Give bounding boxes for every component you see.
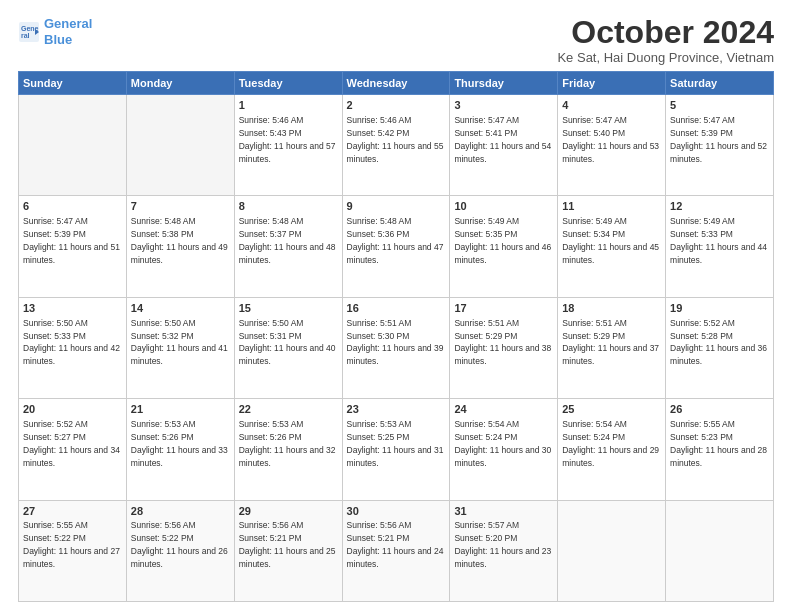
day-number: 30: [347, 504, 446, 519]
table-row: 19 Sunrise: 5:52 AMSunset: 5:28 PMDaylig…: [666, 297, 774, 398]
table-row: 3 Sunrise: 5:47 AMSunset: 5:41 PMDayligh…: [450, 95, 558, 196]
day-info: Sunrise: 5:57 AMSunset: 5:20 PMDaylight:…: [454, 520, 551, 569]
day-info: Sunrise: 5:47 AMSunset: 5:41 PMDaylight:…: [454, 115, 551, 164]
table-row: 27 Sunrise: 5:55 AMSunset: 5:22 PMDaylig…: [19, 500, 127, 601]
day-info: Sunrise: 5:48 AMSunset: 5:36 PMDaylight:…: [347, 216, 444, 265]
day-number: 29: [239, 504, 338, 519]
table-row: 14 Sunrise: 5:50 AMSunset: 5:32 PMDaylig…: [126, 297, 234, 398]
day-info: Sunrise: 5:46 AMSunset: 5:42 PMDaylight:…: [347, 115, 444, 164]
calendar-week-3: 13 Sunrise: 5:50 AMSunset: 5:33 PMDaylig…: [19, 297, 774, 398]
calendar-week-2: 6 Sunrise: 5:47 AMSunset: 5:39 PMDayligh…: [19, 196, 774, 297]
table-row: 24 Sunrise: 5:54 AMSunset: 5:24 PMDaylig…: [450, 399, 558, 500]
day-info: Sunrise: 5:52 AMSunset: 5:27 PMDaylight:…: [23, 419, 120, 468]
table-row: 31 Sunrise: 5:57 AMSunset: 5:20 PMDaylig…: [450, 500, 558, 601]
day-info: Sunrise: 5:56 AMSunset: 5:21 PMDaylight:…: [239, 520, 336, 569]
table-row: [19, 95, 127, 196]
table-row: 23 Sunrise: 5:53 AMSunset: 5:25 PMDaylig…: [342, 399, 450, 500]
logo-text: General Blue: [44, 16, 92, 47]
day-info: Sunrise: 5:46 AMSunset: 5:43 PMDaylight:…: [239, 115, 336, 164]
day-info: Sunrise: 5:56 AMSunset: 5:21 PMDaylight:…: [347, 520, 444, 569]
day-number: 27: [23, 504, 122, 519]
table-row: [558, 500, 666, 601]
day-number: 21: [131, 402, 230, 417]
day-number: 13: [23, 301, 122, 316]
page: Gene ral General Blue October 2024 Ke Sa…: [0, 0, 792, 612]
calendar-week-1: 1 Sunrise: 5:46 AMSunset: 5:43 PMDayligh…: [19, 95, 774, 196]
day-info: Sunrise: 5:50 AMSunset: 5:33 PMDaylight:…: [23, 318, 120, 367]
table-row: 1 Sunrise: 5:46 AMSunset: 5:43 PMDayligh…: [234, 95, 342, 196]
table-row: [666, 500, 774, 601]
day-info: Sunrise: 5:54 AMSunset: 5:24 PMDaylight:…: [562, 419, 659, 468]
day-number: 8: [239, 199, 338, 214]
calendar-header-row: Sunday Monday Tuesday Wednesday Thursday…: [19, 72, 774, 95]
table-row: 20 Sunrise: 5:52 AMSunset: 5:27 PMDaylig…: [19, 399, 127, 500]
day-number: 16: [347, 301, 446, 316]
day-number: 20: [23, 402, 122, 417]
day-number: 19: [670, 301, 769, 316]
day-info: Sunrise: 5:49 AMSunset: 5:34 PMDaylight:…: [562, 216, 659, 265]
table-row: 18 Sunrise: 5:51 AMSunset: 5:29 PMDaylig…: [558, 297, 666, 398]
day-info: Sunrise: 5:49 AMSunset: 5:35 PMDaylight:…: [454, 216, 551, 265]
table-row: 17 Sunrise: 5:51 AMSunset: 5:29 PMDaylig…: [450, 297, 558, 398]
day-number: 14: [131, 301, 230, 316]
day-number: 22: [239, 402, 338, 417]
day-info: Sunrise: 5:47 AMSunset: 5:40 PMDaylight:…: [562, 115, 659, 164]
table-row: 10 Sunrise: 5:49 AMSunset: 5:35 PMDaylig…: [450, 196, 558, 297]
calendar-table: Sunday Monday Tuesday Wednesday Thursday…: [18, 71, 774, 602]
table-row: 7 Sunrise: 5:48 AMSunset: 5:38 PMDayligh…: [126, 196, 234, 297]
table-row: 26 Sunrise: 5:55 AMSunset: 5:23 PMDaylig…: [666, 399, 774, 500]
day-info: Sunrise: 5:52 AMSunset: 5:28 PMDaylight:…: [670, 318, 767, 367]
day-number: 26: [670, 402, 769, 417]
day-number: 7: [131, 199, 230, 214]
table-row: 5 Sunrise: 5:47 AMSunset: 5:39 PMDayligh…: [666, 95, 774, 196]
table-row: 6 Sunrise: 5:47 AMSunset: 5:39 PMDayligh…: [19, 196, 127, 297]
svg-text:ral: ral: [21, 32, 30, 39]
col-friday: Friday: [558, 72, 666, 95]
day-info: Sunrise: 5:47 AMSunset: 5:39 PMDaylight:…: [670, 115, 767, 164]
logo-icon: Gene ral: [18, 21, 40, 43]
table-row: 21 Sunrise: 5:53 AMSunset: 5:26 PMDaylig…: [126, 399, 234, 500]
month-title: October 2024: [557, 16, 774, 48]
day-info: Sunrise: 5:55 AMSunset: 5:22 PMDaylight:…: [23, 520, 120, 569]
table-row: 30 Sunrise: 5:56 AMSunset: 5:21 PMDaylig…: [342, 500, 450, 601]
day-info: Sunrise: 5:56 AMSunset: 5:22 PMDaylight:…: [131, 520, 228, 569]
day-number: 17: [454, 301, 553, 316]
day-info: Sunrise: 5:53 AMSunset: 5:26 PMDaylight:…: [131, 419, 228, 468]
table-row: 16 Sunrise: 5:51 AMSunset: 5:30 PMDaylig…: [342, 297, 450, 398]
day-number: 1: [239, 98, 338, 113]
col-monday: Monday: [126, 72, 234, 95]
col-thursday: Thursday: [450, 72, 558, 95]
col-sunday: Sunday: [19, 72, 127, 95]
logo-line2: Blue: [44, 32, 72, 47]
col-wednesday: Wednesday: [342, 72, 450, 95]
day-info: Sunrise: 5:49 AMSunset: 5:33 PMDaylight:…: [670, 216, 767, 265]
table-row: 13 Sunrise: 5:50 AMSunset: 5:33 PMDaylig…: [19, 297, 127, 398]
table-row: 8 Sunrise: 5:48 AMSunset: 5:37 PMDayligh…: [234, 196, 342, 297]
day-number: 23: [347, 402, 446, 417]
day-info: Sunrise: 5:55 AMSunset: 5:23 PMDaylight:…: [670, 419, 767, 468]
day-info: Sunrise: 5:50 AMSunset: 5:31 PMDaylight:…: [239, 318, 336, 367]
calendar-week-4: 20 Sunrise: 5:52 AMSunset: 5:27 PMDaylig…: [19, 399, 774, 500]
day-number: 28: [131, 504, 230, 519]
title-area: October 2024 Ke Sat, Hai Duong Province,…: [557, 16, 774, 65]
logo-line1: General: [44, 16, 92, 31]
day-number: 4: [562, 98, 661, 113]
logo: Gene ral General Blue: [18, 16, 92, 47]
day-number: 12: [670, 199, 769, 214]
table-row: 12 Sunrise: 5:49 AMSunset: 5:33 PMDaylig…: [666, 196, 774, 297]
day-number: 15: [239, 301, 338, 316]
table-row: 15 Sunrise: 5:50 AMSunset: 5:31 PMDaylig…: [234, 297, 342, 398]
day-info: Sunrise: 5:54 AMSunset: 5:24 PMDaylight:…: [454, 419, 551, 468]
table-row: 2 Sunrise: 5:46 AMSunset: 5:42 PMDayligh…: [342, 95, 450, 196]
day-info: Sunrise: 5:51 AMSunset: 5:30 PMDaylight:…: [347, 318, 444, 367]
day-number: 31: [454, 504, 553, 519]
day-number: 2: [347, 98, 446, 113]
calendar-week-5: 27 Sunrise: 5:55 AMSunset: 5:22 PMDaylig…: [19, 500, 774, 601]
header: Gene ral General Blue October 2024 Ke Sa…: [18, 16, 774, 65]
day-number: 25: [562, 402, 661, 417]
day-number: 5: [670, 98, 769, 113]
day-info: Sunrise: 5:53 AMSunset: 5:25 PMDaylight:…: [347, 419, 444, 468]
subtitle: Ke Sat, Hai Duong Province, Vietnam: [557, 50, 774, 65]
table-row: 28 Sunrise: 5:56 AMSunset: 5:22 PMDaylig…: [126, 500, 234, 601]
day-info: Sunrise: 5:51 AMSunset: 5:29 PMDaylight:…: [562, 318, 659, 367]
